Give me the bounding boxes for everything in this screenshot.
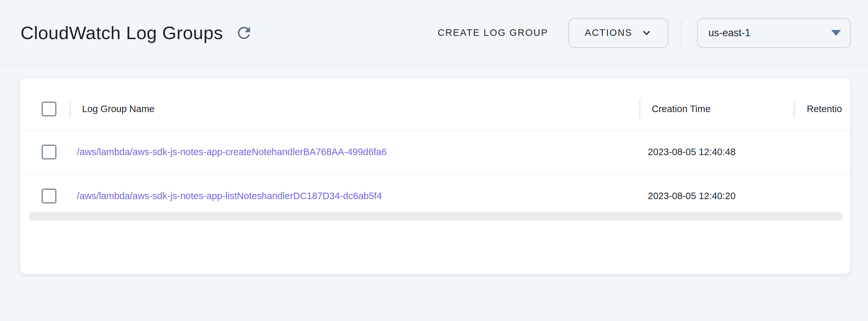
table-header-row: Log Group Name Creation Time Retentio (20, 79, 850, 130)
creation-time-value: 2023-08-05 12:40:48 (648, 147, 736, 157)
create-log-group-button[interactable]: CREATE LOG GROUP (429, 21, 557, 45)
table-row: /aws/lambda/aws-sdk-js-notes-app-listNot… (20, 174, 850, 218)
refresh-button[interactable] (234, 23, 254, 43)
log-group-link[interactable]: /aws/lambda/aws-sdk-js-notes-app-createN… (77, 147, 386, 157)
caret-down-icon (831, 30, 841, 36)
table-row: /aws/lambda/aws-sdk-js-notes-app-createN… (20, 130, 850, 174)
column-header-log-group-name: Log Group Name (82, 104, 154, 114)
horizontal-scrollbar[interactable] (29, 212, 843, 221)
page-title: CloudWatch Log Groups (21, 22, 223, 43)
creation-time-value: 2023-08-05 12:40:20 (648, 191, 736, 201)
actions-button[interactable]: ACTIONS (568, 18, 668, 48)
main-area: Log Group Name Creation Time Retentio /a… (0, 66, 868, 274)
header-divider (681, 20, 682, 46)
log-groups-card: Log Group Name Creation Time Retentio /a… (20, 79, 850, 274)
actions-button-label: ACTIONS (585, 27, 632, 38)
region-select-value: us-east-1 (708, 27, 750, 39)
refresh-icon (235, 24, 253, 42)
row-checkbox[interactable] (42, 145, 56, 159)
column-header-creation-time: Creation Time (652, 104, 711, 114)
row-checkbox[interactable] (42, 189, 56, 203)
log-group-link[interactable]: /aws/lambda/aws-sdk-js-notes-app-listNot… (77, 191, 382, 201)
region-select[interactable]: us-east-1 (697, 18, 851, 48)
select-all-checkbox[interactable] (42, 102, 56, 116)
chevron-down-icon (641, 27, 652, 38)
column-header-retention: Retentio (807, 104, 842, 114)
app-header: CloudWatch Log Groups CREATE LOG GROUP A… (0, 0, 868, 66)
